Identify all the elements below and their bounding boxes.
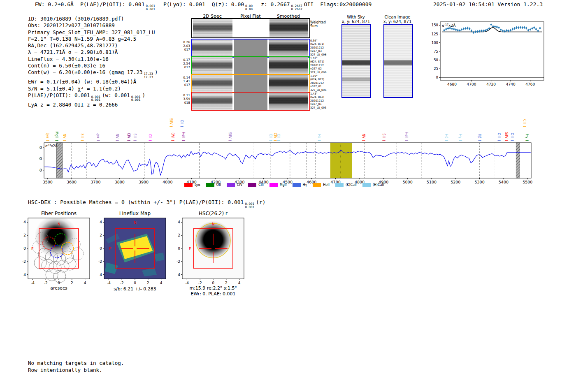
legend-swatch — [206, 183, 214, 187]
masked-band — [56, 143, 63, 178]
flux-unit-label: e-17x2Å — [45, 144, 58, 148]
fiber-row-weights: 0.262.03017 — [176, 40, 190, 51]
panel-ytick: -2 — [98, 260, 102, 264]
plya-value: P(Lyα): 0.001 — [163, 1, 205, 7]
panel-xtick: 4 — [84, 281, 86, 285]
panel-xtick: -2 — [44, 281, 48, 285]
full-spectrum-chart: 3500360037003800390040004100420043004400… — [39, 112, 539, 186]
line-label-SiIV: SiIV { — [169, 118, 173, 128]
panel-xtick: 4 — [160, 281, 163, 285]
inset-xtick: 4740 — [506, 82, 516, 86]
line-label-OII: OII { — [269, 134, 272, 141]
z-value: z: 0.26670.26670.2667OII — [261, 1, 314, 7]
north-label: N — [212, 222, 215, 226]
line-label-CIV: CIV { — [273, 133, 277, 141]
line-label-SiII: SiII { — [80, 133, 84, 141]
clean-image-title: Clean Image — [385, 15, 411, 19]
panel-ytick: 0 — [23, 246, 26, 251]
panel-xtick: 0 — [134, 281, 136, 285]
info-lineflux: LineFlux = 4.30(±1.10)e-16 — [28, 56, 158, 63]
legend-label: (K)CaII — [346, 183, 357, 187]
east-label: E — [31, 247, 34, 251]
spectrum-xtick: 3500 — [43, 180, 53, 184]
header-stats: EW: 0.2±0.6ÅP(LAE)/P(OII): 0.0010.0010.0… — [35, 1, 378, 11]
info-primary-spec: Primary Spec_Slot_IFU_AMP: 327_081_017_L… — [28, 29, 158, 36]
line-label-OIII: OIII { — [510, 133, 514, 141]
panel-xtick: 0 — [212, 281, 214, 285]
inset-xtick: 4760 — [525, 82, 535, 86]
panel-xtick: -4 — [107, 281, 111, 285]
plae-frac-1: 0.0010.001 — [91, 95, 101, 102]
info-cont-n: Cont(n) = 6.50(±0.03)e-16 — [28, 63, 158, 69]
spectrum-xtick: 3700 — [91, 180, 100, 184]
panel-ytick: -2 — [22, 260, 26, 264]
spectrum-plot-box — [44, 143, 531, 178]
panel-xtick: 2 — [71, 281, 73, 285]
panel-ytick: 0 — [100, 246, 102, 251]
line-label-Hγ: Hγ { — [458, 134, 462, 141]
fiber-positions-panel: N E -4-4-2-2002244 — [16, 213, 99, 291]
fiber-row-weights: 0.172.54017 — [176, 58, 190, 69]
panel-ytick: 2 — [23, 233, 26, 237]
legend-item-HeII: HeII — [313, 183, 330, 187]
spectrum-xtick: 5500 — [523, 180, 532, 184]
line-label-Lyα: Lyα { — [96, 133, 100, 141]
line-label-OVI: OVI { — [171, 132, 174, 141]
lineflux-map-panel: N E -4-4-2-2002244 — [93, 213, 175, 291]
panel-ytick: 4 — [178, 220, 180, 224]
fiber-2dspec-image — [192, 39, 232, 57]
line-label-NV: NV { — [362, 134, 365, 141]
hscdex-frac: 0.0010.001 — [245, 202, 254, 209]
panel-xtick: 4 — [238, 281, 241, 285]
catalog-match-notes: No matching targets in catalog. Row inte… — [28, 360, 124, 373]
info-obs: Obs: 20201212v027_3010716889 — [28, 22, 158, 29]
with-sky-image — [341, 24, 371, 98]
clean-image-coords: x, y: 624, 871 — [383, 19, 412, 24]
fiber-row-weights: 0.141.41017 — [176, 76, 190, 87]
legend-label: Hγ — [303, 183, 307, 187]
panel-xtick: -4 — [31, 281, 35, 285]
weighted-sum-label: WeightedSum — [310, 21, 326, 28]
fiber-pixelflat-image — [234, 39, 267, 57]
datetime-version: 2025-01-02 10:54:01 Version 1.22.3 — [433, 1, 543, 7]
plae-frac: 0.0010.001 — [146, 5, 155, 11]
fiber-smoothed-image — [269, 57, 308, 74]
panel-xtick: -2 — [198, 281, 202, 285]
legend-swatch — [227, 183, 235, 187]
inset-ytick: 75 — [434, 49, 438, 53]
fiber-row-weights: 0.113.59018 — [176, 93, 190, 104]
galaxy-blob — [28, 218, 90, 279]
spectrum-xtick: 5400 — [499, 180, 509, 184]
info-plae: P(LAE)/P(OII): 0.0010.0010.001(w: 0.0010… — [28, 92, 158, 102]
legend-swatch — [269, 183, 278, 187]
panel-ytick: -2 — [177, 260, 180, 264]
legend-label: CIII — [258, 183, 264, 187]
weighted-2dspec-image — [193, 19, 232, 37]
hsc-caption-1: m:15.9 re:2.2" s:1.5" — [189, 285, 237, 291]
info-lambda-sigma: λ = 4721.71Å σ = 2.98(±0.81)Å — [28, 49, 158, 56]
legend-item-Lyα: Lyα — [184, 183, 200, 187]
hsc-galaxy-blob — [182, 218, 244, 279]
fiber-row-2d-2 — [191, 74, 310, 93]
legend-item-CIII: CIII — [248, 183, 264, 187]
hsc-dex-match-line: HSC-DEX : Possible Matches = 0 (within +… — [28, 199, 265, 209]
fiber-row-meta: 0.39"(624, 871)20201212v027_03327_LU_096 — [310, 39, 340, 56]
ew-value: EW: 0.2±0.6Å — [35, 1, 74, 7]
inset-ytick: 25 — [434, 67, 438, 71]
line-label-Hδ: Hδ { — [444, 134, 448, 141]
spectrum-line — [44, 150, 531, 175]
legend-label: (H)CaII — [373, 183, 384, 187]
legend-swatch — [293, 183, 301, 187]
flags-value: Flags:0x20000009 — [320, 1, 372, 7]
info-ewr: EWr = 0.17(±0.04) (w: 0.18(±0.04))Å — [28, 79, 158, 85]
line-label-CIII: CIII { — [523, 119, 526, 128]
panel-ytick: 4 — [100, 220, 102, 224]
info-cont-w: Cont(w) = 6.20(±0.00)e-16 (gmag 17.2317.… — [28, 69, 158, 79]
legend-swatch — [248, 183, 256, 187]
masked-band — [516, 143, 520, 178]
spectrum-xtick: 5300 — [475, 180, 485, 184]
fiber-row-meta: 1.01"(624, 871)20201212v027_02327_LU_096 — [310, 57, 340, 74]
spectrum-ytick: 100 — [39, 156, 42, 161]
spectrum-xtick: 5100 — [427, 180, 437, 184]
legend-swatch — [184, 183, 193, 187]
